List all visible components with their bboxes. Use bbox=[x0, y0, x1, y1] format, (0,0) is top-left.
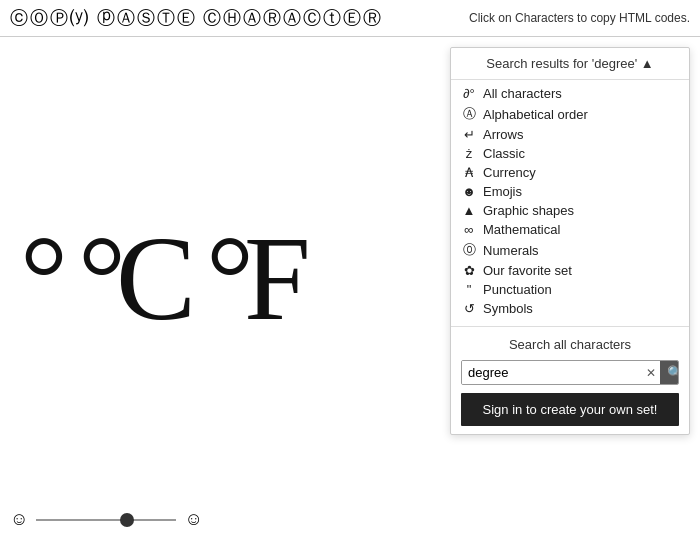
search-clear-button[interactable]: ✕ bbox=[642, 366, 660, 380]
sign-in-button[interactable]: Sign in to create your own set! bbox=[461, 393, 679, 426]
category-icon: ∂° bbox=[461, 86, 477, 101]
category-label: Symbols bbox=[483, 301, 533, 316]
category-list-item[interactable]: ∞Mathematical bbox=[451, 220, 689, 239]
search-results-header[interactable]: Search results for 'degree' ▲ bbox=[451, 48, 689, 80]
slider-large-icon: ☺ bbox=[184, 509, 202, 530]
category-icon: ▲ bbox=[461, 203, 477, 218]
category-list-item[interactable]: ⓪Numerals bbox=[451, 239, 689, 261]
category-label: Graphic shapes bbox=[483, 203, 574, 218]
category-icon: ↺ bbox=[461, 301, 477, 316]
category-icon: " bbox=[461, 282, 477, 297]
category-label: Classic bbox=[483, 146, 525, 161]
header: ⓒⓄⓅ⒴ ⓟⒶⓈⓉⒺ ⒸⒽⒶⓇⒶⒸⓣⒺⓇ Click on Characters… bbox=[0, 0, 700, 37]
category-list-item[interactable]: ∂°All characters bbox=[451, 84, 689, 103]
category-icon: ż bbox=[461, 146, 477, 161]
category-icon: ∞ bbox=[461, 222, 477, 237]
category-label: Currency bbox=[483, 165, 536, 180]
category-list-item[interactable]: ₳Currency bbox=[451, 163, 689, 182]
category-list-item[interactable]: "Punctuation bbox=[451, 280, 689, 299]
category-icon: ⓪ bbox=[461, 241, 477, 259]
category-label: Alphabetical order bbox=[483, 107, 588, 122]
big-character-display: ° °C °F bbox=[20, 210, 301, 348]
category-label: Numerals bbox=[483, 243, 539, 258]
category-list-item[interactable]: ↺Symbols bbox=[451, 299, 689, 318]
category-label: Arrows bbox=[483, 127, 523, 142]
divider bbox=[451, 326, 689, 327]
category-icon: Ⓐ bbox=[461, 105, 477, 123]
search-input-container[interactable]: ✕ 🔍 bbox=[461, 360, 679, 385]
category-icon: ☻ bbox=[461, 184, 477, 199]
category-label: Mathematical bbox=[483, 222, 560, 237]
size-slider-container[interactable]: ☺ ☺ bbox=[10, 509, 203, 530]
search-dropdown-panel: Search results for 'degree' ▲ ∂°All char… bbox=[450, 47, 690, 435]
category-list-item[interactable]: ☻Emojis bbox=[451, 182, 689, 201]
slider-track[interactable] bbox=[36, 519, 176, 521]
category-label: Emojis bbox=[483, 184, 522, 199]
slider-thumb[interactable] bbox=[120, 513, 134, 527]
category-list-item[interactable]: żClassic bbox=[451, 144, 689, 163]
category-list: ∂°All charactersⒶAlphabetical order↵Arro… bbox=[451, 80, 689, 322]
main-area: ° °C °F ☺ ☺ Search results for 'degree' … bbox=[0, 37, 700, 546]
category-label: Punctuation bbox=[483, 282, 552, 297]
header-hint: Click on Characters to copy HTML codes. bbox=[469, 11, 690, 25]
category-icon: ₳ bbox=[461, 165, 477, 180]
category-list-item[interactable]: ✿Our favorite set bbox=[451, 261, 689, 280]
category-list-item[interactable]: ▲Graphic shapes bbox=[451, 201, 689, 220]
category-list-item[interactable]: ⒶAlphabetical order bbox=[451, 103, 689, 125]
category-icon: ↵ bbox=[461, 127, 477, 142]
search-go-button[interactable]: 🔍 bbox=[660, 361, 679, 384]
slider-small-icon: ☺ bbox=[10, 509, 28, 530]
category-label: All characters bbox=[483, 86, 562, 101]
search-all-label: Search all characters bbox=[451, 331, 689, 356]
search-input[interactable] bbox=[462, 361, 642, 384]
category-icon: ✿ bbox=[461, 263, 477, 278]
site-logo: ⓒⓄⓅ⒴ ⓟⒶⓈⓉⒺ ⒸⒽⒶⓇⒶⒸⓣⒺⓇ bbox=[10, 6, 383, 30]
category-label: Our favorite set bbox=[483, 263, 572, 278]
category-list-item[interactable]: ↵Arrows bbox=[451, 125, 689, 144]
